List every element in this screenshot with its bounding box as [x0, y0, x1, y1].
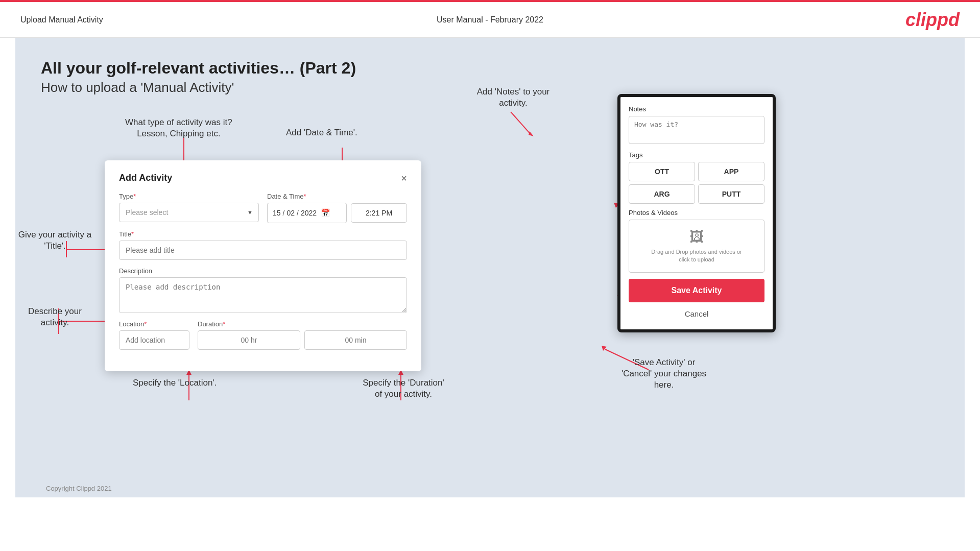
upload-area[interactable]: 🖼 Drag and Drop photos and videos orclic…: [629, 220, 764, 273]
duration-minutes[interactable]: [304, 330, 407, 350]
description-label: Description: [119, 267, 407, 275]
upload-text: Drag and Drop photos and videos orclick …: [637, 248, 756, 264]
date-month: 02: [286, 209, 295, 217]
notes-textarea[interactable]: [629, 116, 764, 144]
annotation-what-type: What type of activity was it?Lesson, Chi…: [125, 117, 232, 139]
tag-arg[interactable]: ARG: [629, 184, 695, 204]
modal-header: Add Activity ×: [119, 173, 407, 183]
upload-icon: 🖼: [637, 228, 756, 245]
close-button[interactable]: ×: [401, 173, 407, 183]
phone-inner: Notes Tags OTT APP ARG PUTT Photos & Vid…: [620, 97, 773, 329]
tags-label: Tags: [629, 151, 764, 159]
location-group: Location*: [119, 320, 189, 350]
annotation-location: Specify the 'Location'.: [133, 377, 217, 389]
svg-marker-18: [529, 131, 534, 136]
annotation-notes: Add 'Notes' to youractivity.: [467, 86, 559, 109]
annotation-date-time: Add 'Date & Time'.: [286, 127, 357, 138]
header: Upload Manual Activity User Manual - Feb…: [0, 2, 980, 38]
date-input-group[interactable]: 15 / 02 / 2022 📅: [267, 203, 347, 223]
date-parts: 15 / 02 / 2022: [273, 209, 317, 217]
svg-line-17: [511, 112, 531, 135]
annotation-duration: Specify the 'Duration'of your activity.: [352, 377, 455, 400]
main-content: All your golf-relevant activities… (Part…: [15, 38, 965, 497]
annotation-save: 'Save Activity' or'Cancel' your changesh…: [600, 357, 728, 391]
location-duration-row: Location* Duration*: [119, 320, 407, 350]
time-input[interactable]: [351, 203, 407, 223]
description-group: Description: [119, 267, 407, 313]
duration-inputs: [198, 330, 407, 350]
tag-ott[interactable]: OTT: [629, 162, 695, 181]
tag-app[interactable]: APP: [698, 162, 764, 181]
title-group: Title*: [119, 230, 407, 260]
date-group: Date & Time* 15 / 02 / 2022 📅: [267, 193, 407, 223]
annotation-title: Give your activity a'Title'.: [15, 229, 94, 252]
modal-title: Add Activity: [119, 173, 172, 183]
save-activity-button[interactable]: Save Activity: [629, 279, 764, 302]
type-select[interactable]: Please select: [119, 203, 259, 222]
tag-putt[interactable]: PUTT: [698, 184, 764, 204]
type-select-wrapper: Please select: [119, 203, 259, 222]
type-label: Type*: [119, 193, 259, 200]
date-day: 15: [273, 209, 281, 217]
title-input[interactable]: [119, 241, 407, 260]
tags-grid: OTT APP ARG PUTT: [629, 162, 764, 204]
type-group: Type* Please select: [119, 193, 259, 222]
annotation-describe: Describe youractivity.: [15, 306, 94, 328]
date-year: 2022: [301, 209, 317, 217]
date-time-inputs: 15 / 02 / 2022 📅: [267, 203, 407, 223]
page-title-header: Upload Manual Activity: [20, 15, 103, 25]
duration-group: Duration*: [198, 320, 407, 350]
doc-title: User Manual - February 2022: [437, 15, 543, 25]
type-date-row: Type* Please select Date & Time* 15: [119, 193, 407, 223]
description-textarea[interactable]: [119, 277, 407, 313]
duration-label: Duration*: [198, 320, 407, 328]
cancel-button[interactable]: Cancel: [629, 306, 764, 321]
location-input[interactable]: [119, 330, 189, 350]
duration-hours[interactable]: [198, 330, 300, 350]
add-activity-modal: Add Activity × Type* Please select Date …: [105, 160, 421, 371]
logo: clippd: [905, 9, 960, 31]
title-label: Title*: [119, 230, 407, 238]
notes-label: Notes: [629, 105, 764, 113]
phone-panel: Notes Tags OTT APP ARG PUTT Photos & Vid…: [617, 94, 776, 332]
section-title: All your golf-relevant activities… (Part…: [41, 58, 939, 78]
footer-copyright: Copyright Clippd 2021: [46, 485, 112, 492]
calendar-icon: 📅: [321, 208, 330, 218]
date-label: Date & Time*: [267, 193, 407, 200]
location-label: Location*: [119, 320, 189, 328]
photos-label: Photos & Videos: [629, 209, 764, 217]
svg-marker-24: [602, 346, 607, 351]
